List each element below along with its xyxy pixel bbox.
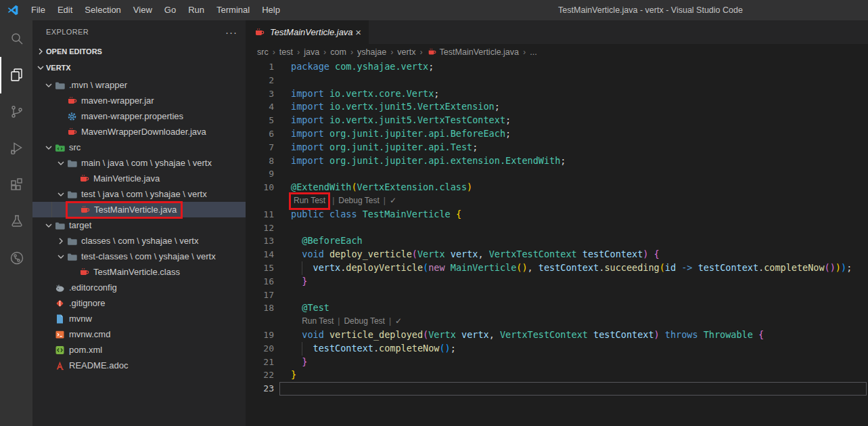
section-open-editors[interactable]: OPEN EDITORS	[32, 43, 246, 60]
code-line: 10@ExtendWith(VertxExtension.class)	[246, 181, 868, 194]
section-vertx[interactable]: VERTX	[32, 60, 246, 76]
tree-item-label: README.adoc	[69, 360, 128, 370]
folder-icon	[54, 80, 66, 91]
tab-label: TestMainVerticle.java	[270, 27, 353, 37]
menu-selection[interactable]: Selection	[78, 0, 127, 20]
codelens-run-test[interactable]: Run Test	[302, 315, 334, 328]
tree-item-classes-com-yshajae-vertx[interactable]: classes \ com \ yshajae \ vertx	[32, 233, 246, 249]
activity-run-debug-icon[interactable]	[0, 130, 32, 167]
activity-search-icon[interactable]	[0, 20, 32, 57]
tree-item-test-java-com-yshajae-vertx[interactable]: test \ java \ com \ yshajae \ vertx	[32, 186, 246, 202]
breadcrumb-separator: ›	[419, 47, 422, 57]
line-number: 3	[246, 87, 274, 101]
code-line: 1package com.yshajae.vertx;	[246, 60, 868, 74]
line-number: 17	[246, 289, 274, 302]
line-number	[246, 315, 274, 328]
breadcrumb-separator: ›	[297, 47, 300, 57]
tree-item-mvnw-cmd[interactable]: mvnw.cmd	[32, 326, 246, 342]
activity-references-icon[interactable]	[0, 240, 32, 276]
activity-extensions-icon[interactable]	[0, 167, 32, 203]
menu-view[interactable]: View	[127, 0, 158, 20]
tree-item-mavenwrapperdownloader-java[interactable]: MavenWrapperDownloader.java	[32, 124, 246, 140]
breadcrumb-item[interactable]: TestMainVerticle.java	[427, 47, 519, 57]
menu-run[interactable]: Run	[182, 0, 210, 20]
code-line: 20 testContext.completeNow();	[246, 342, 868, 356]
tree-item--gitignore[interactable]: .gitignore	[32, 295, 246, 311]
menu-terminal[interactable]: Terminal	[210, 0, 256, 20]
explorer-header-label: EXPLORER	[46, 28, 89, 36]
tree-item-testmainverticle-class[interactable]: TestMainVerticle.class	[32, 264, 246, 280]
java-icon	[66, 127, 78, 137]
chevron-down-icon[interactable]	[55, 189, 66, 200]
tree-item-src[interactable]: src	[32, 140, 246, 155]
line-number: 11	[246, 208, 274, 221]
close-icon[interactable]: ×	[353, 26, 363, 38]
tree-item--mvn-wrapper[interactable]: .mvn \ wrapper	[32, 77, 246, 93]
menu-file[interactable]: File	[25, 0, 51, 20]
codelens-row: Run Test|Debug Test|✓	[246, 315, 868, 328]
line-number: 10	[246, 181, 274, 194]
tab-testmainverticle[interactable]: TestMainVerticle.java ×	[246, 20, 369, 44]
codelens-debug-test[interactable]: Debug Test	[338, 194, 380, 208]
line-number	[246, 194, 274, 208]
tree-item-maven-wrapper-properties[interactable]: maven-wrapper.properties	[32, 108, 246, 124]
codelens-separator: |	[384, 194, 386, 208]
xml-icon	[54, 345, 66, 356]
folder-icon	[66, 251, 78, 262]
code-line: 9	[246, 167, 868, 181]
code-line: 17	[246, 289, 868, 302]
code-line: 23	[246, 382, 868, 396]
breadcrumb-item[interactable]: src	[257, 47, 269, 57]
tree-item-test-classes-com-yshajae-vertx[interactable]: test-classes \ com \ yshajae \ vertx	[32, 249, 246, 264]
breadcrumb-item[interactable]: ...	[530, 47, 536, 57]
code-area[interactable]: 1package com.yshajae.vertx;23import io.v…	[246, 60, 868, 396]
codelens-debug-test[interactable]: Debug Test	[344, 315, 385, 328]
breadcrumb-item[interactable]: java	[304, 47, 319, 57]
explorer-more-actions-icon[interactable]: ···	[225, 26, 237, 38]
tree-item-pom-xml[interactable]: pom.xml	[32, 342, 246, 358]
codelens-run-test[interactable]: Run Test	[291, 194, 328, 208]
activity-test-icon[interactable]	[0, 203, 32, 240]
tree-item-testmainverticle-java[interactable]: TestMainVerticle.java	[32, 202, 246, 217]
java-icon	[78, 173, 90, 184]
activity-source-control-icon[interactable]	[0, 93, 32, 130]
tree-item-label: MavenWrapperDownloader.java	[81, 127, 206, 137]
doc-icon	[54, 314, 66, 324]
adoc-icon	[54, 360, 66, 371]
menu-edit[interactable]: Edit	[51, 0, 78, 20]
tree-item-label: test \ java \ com \ yshajae \ vertx	[81, 189, 207, 199]
line-number: 7	[246, 141, 274, 154]
tree-item-label: TestMainVerticle.class	[93, 267, 180, 277]
tree-item-label: pom.xml	[69, 345, 102, 355]
chevron-right-icon[interactable]	[55, 236, 66, 247]
menu-help[interactable]: Help	[256, 0, 286, 20]
cmd-icon	[54, 329, 66, 340]
chevron-down-icon[interactable]	[43, 220, 54, 231]
chevron-down-icon[interactable]	[43, 142, 54, 153]
tree-item-label: target	[69, 220, 91, 230]
tree-item-mvnw[interactable]: mvnw	[32, 311, 246, 326]
current-line-highlight	[279, 382, 867, 396]
breadcrumb-separator: ›	[273, 47, 275, 57]
editor-group: TestMainVerticle.java × src›test›java›co…	[246, 20, 868, 426]
explorer-sidebar: EXPLORER ··· OPEN EDITORS VERTX .mvn \ w…	[32, 20, 246, 426]
chevron-down-icon[interactable]	[55, 251, 66, 262]
code-line: 21 }	[246, 356, 868, 369]
tree-item-mainverticle-java[interactable]: MainVerticle.java	[32, 171, 246, 186]
breadcrumb-item[interactable]: yshajae	[357, 47, 386, 57]
tree-item-label: classes \ com \ yshajae \ vertx	[81, 236, 198, 246]
tree-item-main-java-com-yshajae-vertx[interactable]: main \ java \ com \ yshajae \ vertx	[32, 155, 246, 171]
chevron-down-icon[interactable]	[43, 80, 54, 91]
activity-explorer-icon[interactable]	[0, 57, 32, 93]
breadcrumb-item[interactable]: vertx	[397, 47, 415, 57]
tree-item-label: TestMainVerticle.java	[94, 205, 177, 215]
menu-go[interactable]: Go	[158, 0, 182, 20]
code-line: 2	[246, 74, 868, 87]
chevron-down-icon[interactable]	[55, 158, 66, 169]
tree-item-maven-wrapper-jar[interactable]: maven-wrapper.jar	[32, 93, 246, 108]
breadcrumb-item[interactable]: test	[279, 47, 293, 57]
tree-item--editorconfig[interactable]: .editorconfig	[32, 280, 246, 295]
tree-item-readme-adoc[interactable]: README.adoc	[32, 358, 246, 373]
breadcrumb-item[interactable]: com	[330, 47, 346, 57]
tree-item-target[interactable]: target	[32, 217, 246, 233]
